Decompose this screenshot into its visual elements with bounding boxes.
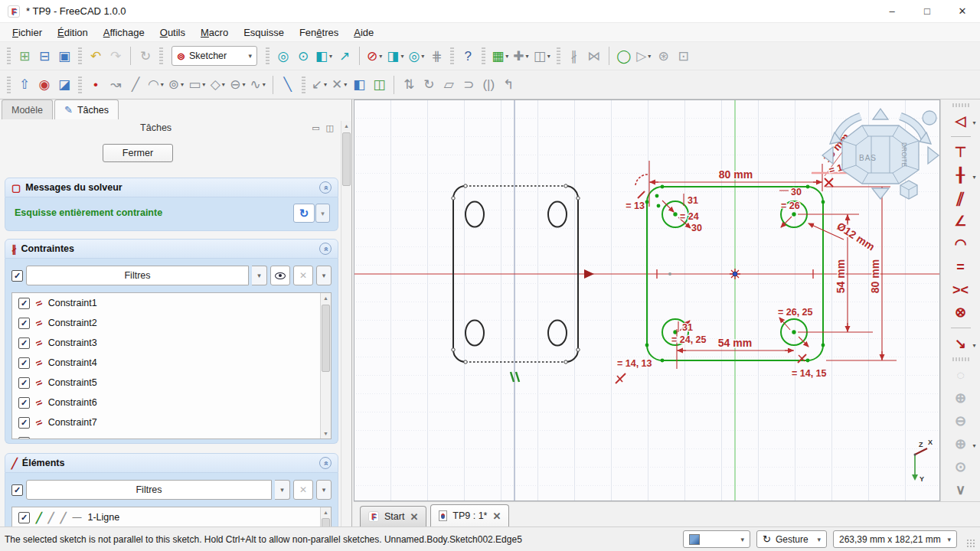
menu-fenetres[interactable]: Fenêtres bbox=[292, 24, 346, 41]
menu-aide[interactable]: Aide bbox=[346, 24, 381, 41]
surface-tool-button[interactable]: ⊛ bbox=[654, 45, 674, 67]
create-polygon-button[interactable]: ◇▾ bbox=[207, 74, 227, 96]
view-section-button[interactable]: ◪ bbox=[54, 74, 74, 96]
scroll-up-icon[interactable]: ▲ bbox=[321, 507, 331, 517]
navigation-style-selector[interactable]: ↻ Gesture ▾ bbox=[756, 530, 827, 548]
dropdown-arrow-icon[interactable]: ▾ bbox=[344, 81, 347, 88]
constraint-checkbox[interactable]: ✓ bbox=[18, 377, 30, 389]
elements-settings-button[interactable]: ✕ bbox=[293, 480, 313, 500]
create-polyline-button[interactable]: ↝ bbox=[106, 74, 126, 96]
constraint-label[interactable]: = 14, 13 bbox=[617, 358, 652, 369]
symmetry-button[interactable]: (|) bbox=[479, 74, 498, 96]
constrain-coincident-button[interactable]: ⊤ bbox=[944, 141, 978, 164]
scroll-down-icon[interactable]: ▼ bbox=[321, 429, 331, 439]
constrain-tangent-button[interactable]: ◠ bbox=[944, 233, 978, 256]
chevron-down-icon[interactable]: ▾ bbox=[275, 480, 290, 500]
workbench-selector[interactable]: ⊚ Sketcher ▾ bbox=[172, 46, 257, 66]
constraint-checkbox[interactable]: ✓ bbox=[18, 357, 30, 369]
select-constraints-button[interactable]: ◁▾ bbox=[944, 109, 978, 132]
fermer-button[interactable]: Fermer bbox=[103, 144, 173, 162]
whats-this-button[interactable]: ? bbox=[458, 45, 478, 67]
create-point-button[interactable]: • bbox=[86, 74, 106, 96]
dimension-spacing-bottom[interactable]: 54 mm bbox=[718, 337, 752, 349]
constraint-row[interactable]: ✓≈Constraint7 bbox=[12, 412, 331, 432]
constraint-label[interactable]: = 26, 25 bbox=[778, 307, 813, 318]
bspline-add-point-button[interactable]: ⊙ bbox=[944, 455, 978, 478]
construction-mode-button[interactable]: ╲ bbox=[278, 74, 298, 96]
solver-options-button[interactable]: ▾ bbox=[315, 204, 330, 223]
scroll-up-icon[interactable]: ▲ bbox=[321, 293, 331, 303]
constraints-filter-combo[interactable]: Filtres bbox=[26, 266, 249, 285]
create-face-button[interactable]: ◧ bbox=[349, 74, 369, 96]
dropdown-arrow-icon[interactable]: ▾ bbox=[324, 81, 327, 88]
tab-tp9[interactable]: TP9 : 1* ✕ bbox=[430, 504, 509, 527]
dimension-height-right[interactable]: 80 mm bbox=[869, 259, 881, 293]
redo-button[interactable]: ↷ bbox=[106, 45, 126, 67]
draw-style-button[interactable]: ◧▾ bbox=[313, 45, 335, 67]
undock-panel-icon[interactable]: ◫ bbox=[326, 123, 334, 133]
bspline-insert-knot-button[interactable]: ⊕ bbox=[944, 386, 978, 409]
show-hide-button[interactable] bbox=[270, 266, 290, 285]
dropdown-arrow-icon[interactable]: ▾ bbox=[263, 81, 266, 88]
sketch-canvas[interactable]: 80 mm 54 mm 54 mm 80 mm Ø12 mm 15 mm = 1… bbox=[354, 99, 940, 501]
dimension-spacing-right[interactable]: 54 mm bbox=[835, 259, 847, 293]
view-dimensions-selector[interactable]: 263,39 mm x 182,21 mm ▾ bbox=[833, 530, 957, 548]
leave-sketch-button[interactable]: ⇧ bbox=[15, 74, 34, 96]
list-item[interactable]: ✓ ╱ ╱ ╱ — 1-Ligne bbox=[12, 507, 331, 527]
float-panel-icon[interactable]: ▭ bbox=[312, 123, 319, 133]
bspline-degree-button[interactable]: ◌ bbox=[944, 364, 978, 386]
resize-grip[interactable] bbox=[966, 539, 975, 548]
menu-macro[interactable]: Macro bbox=[193, 24, 236, 41]
minimize-button[interactable]: – bbox=[874, 0, 910, 23]
elements-scrollbar[interactable]: ▲ bbox=[320, 507, 331, 527]
open-file-button[interactable]: ⊟ bbox=[34, 45, 54, 67]
dropdown-arrow-icon[interactable]: ▾ bbox=[202, 81, 205, 88]
tab-modele[interactable]: Modèle bbox=[2, 99, 53, 119]
constraint-label[interactable]: 30 bbox=[791, 187, 802, 197]
constraints-scrollbar[interactable]: ▲ ▼ bbox=[320, 293, 331, 439]
scrollbar-thumb[interactable] bbox=[322, 518, 330, 527]
tab-start[interactable]: F Start ✕ bbox=[360, 506, 426, 527]
constraint-checkbox[interactable]: ✓ bbox=[18, 417, 30, 429]
navcube-face-right[interactable]: DROITE bbox=[900, 142, 908, 167]
panel-scrollbar[interactable]: ▲ bbox=[341, 121, 351, 527]
constraints-section-header[interactable]: ∦ Contraintes » bbox=[5, 239, 338, 259]
menu-esquisse[interactable]: Esquisse bbox=[236, 24, 292, 41]
constraint-label[interactable]: = 26 bbox=[781, 201, 800, 211]
clone-button[interactable]: ◫ bbox=[369, 74, 389, 96]
dropdown-arrow-icon[interactable]: ▾ bbox=[972, 174, 975, 181]
constraint-row[interactable]: ✓≈Constraint4 bbox=[12, 353, 331, 373]
scrollbar-thumb[interactable] bbox=[342, 132, 351, 186]
elements-filter-combo[interactable]: Filtres bbox=[26, 480, 272, 500]
dropdown-arrow-icon[interactable]: ▾ bbox=[181, 81, 184, 88]
dropdown-arrow-icon[interactable]: ▾ bbox=[972, 442, 975, 449]
trim-edge-button[interactable]: ✕▾ bbox=[329, 74, 349, 96]
create-arc-button[interactable]: ◠▾ bbox=[145, 74, 166, 96]
constraint-row[interactable]: ✓≈Constraint1 bbox=[12, 293, 331, 313]
bspline-multiplicity-button[interactable]: ⊕▾ bbox=[944, 432, 978, 455]
dropdown-arrow-icon[interactable]: ▾ bbox=[161, 81, 164, 88]
elements-checkbox[interactable]: ✓ bbox=[11, 484, 23, 496]
constraint-label[interactable]: 30 bbox=[691, 223, 702, 233]
elements-section-header[interactable]: ╱ Éléments » bbox=[5, 453, 338, 473]
constrain-angle-button[interactable]: ∠ bbox=[944, 210, 978, 233]
undo-button[interactable]: ↶ bbox=[86, 45, 106, 67]
constraint-row[interactable]: ✓≈Constraint3 bbox=[12, 333, 331, 353]
chevron-down-icon[interactable]: ▾ bbox=[817, 536, 821, 543]
create-bspline-button[interactable]: ∿▾ bbox=[247, 74, 267, 96]
constraint-row[interactable]: ✓≈Constraint8 bbox=[12, 432, 331, 439]
dropdown-arrow-icon[interactable]: ▾ bbox=[400, 53, 403, 60]
dropdown-arrow-icon[interactable]: ▾ bbox=[547, 53, 550, 60]
view-sketch-button[interactable]: ◉ bbox=[34, 74, 54, 96]
offset-button[interactable]: ⊃ bbox=[459, 74, 479, 96]
chevron-down-icon[interactable]: ▾ bbox=[248, 52, 252, 60]
rotate-button[interactable]: ↻ bbox=[419, 74, 439, 96]
constraint-label[interactable]: 31 bbox=[682, 322, 693, 333]
constraint-row[interactable]: ✓≈Constraint5 bbox=[12, 373, 331, 393]
scale-button[interactable]: ▱ bbox=[439, 74, 459, 96]
dropdown-arrow-icon[interactable]: ▾ bbox=[222, 81, 225, 88]
collapse-icon[interactable]: » bbox=[319, 181, 332, 194]
external-geometry-button[interactable]: ↙▾ bbox=[309, 74, 329, 96]
new-file-button[interactable]: ⊞ bbox=[15, 45, 34, 67]
dropdown-arrow-icon[interactable]: ▾ bbox=[972, 342, 975, 349]
